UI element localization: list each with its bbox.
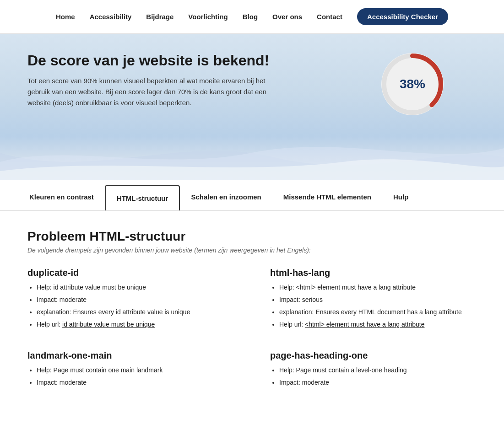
problem-title-landmark-one-main: landmark-one-main [27, 350, 233, 361]
hero-description: Tot een score van 90% kunnen visueel bep… [27, 75, 284, 108]
section-subtitle: De volgende drempels zijn gevonden binne… [27, 247, 476, 254]
problem-landmark-one-main: landmark-one-main Help: Page must contai… [27, 350, 233, 390]
problem-title-html-has-lang: html-has-lang [270, 268, 476, 278]
nav-voorlichting[interactable]: Voorlichting [188, 13, 228, 21]
list-item: Impact: moderate [37, 378, 233, 387]
hero-content: De score van je website is bekend! Tot e… [27, 52, 339, 108]
nav-blog[interactable]: Blog [243, 13, 258, 21]
tab-hulp[interactable]: Hulp [382, 185, 419, 210]
help-url-duplicate-id[interactable]: id attribute value must be unique [62, 321, 155, 328]
list-item: Help url: <html> element must have a lan… [279, 320, 476, 329]
tab-schalen[interactable]: Schalen en inzoomen [180, 185, 272, 210]
problem-page-has-heading-one: page-has-heading-one Help: Page must con… [270, 350, 476, 390]
nav-bijdrage[interactable]: Bijdrage [146, 13, 173, 21]
list-item: Impact: moderate [279, 378, 476, 387]
tabs-bar: Kleuren en contrast HTML-structuur Schal… [0, 185, 504, 211]
main-nav: Home Accessibility Bijdrage Voorlichting… [0, 0, 504, 34]
main-content: Probleem HTML-structuur De volgende drem… [0, 211, 504, 408]
list-item: Help url: id attribute value must be uni… [37, 320, 233, 329]
list-item: Help: Page must contain a level-one head… [279, 365, 476, 375]
problem-title-duplicate-id: duplicate-id [27, 268, 233, 278]
nav-contact[interactable]: Contact [317, 13, 342, 21]
problem-grid: duplicate-id Help: id attribute value mu… [27, 268, 476, 390]
nav-home[interactable]: Home [56, 13, 75, 21]
tab-html-structuur[interactable]: HTML-structuur [105, 185, 180, 210]
list-item: Help: <html> element must have a lang at… [279, 283, 476, 292]
list-item: Impact: moderate [37, 295, 233, 305]
tab-missende[interactable]: Missende HTML elementen [272, 185, 382, 210]
hero-wave [0, 134, 504, 180]
score-circle-container: 38% [376, 48, 449, 121]
accessibility-checker-button[interactable]: Accessibility Checker [357, 8, 448, 25]
list-item: Help: id attribute value must be unique [37, 283, 233, 292]
score-circle: 38% [376, 48, 449, 121]
problem-list-duplicate-id: Help: id attribute value must be unique … [27, 283, 233, 329]
help-url-html-has-lang[interactable]: <html> element must have a lang attribut… [305, 321, 424, 328]
score-value: 38% [400, 77, 425, 91]
problem-html-has-lang: html-has-lang Help: <html> element must … [270, 268, 476, 332]
nav-over-ons[interactable]: Over ons [272, 13, 302, 21]
problem-list-landmark-one-main: Help: Page must contain one main landmar… [27, 365, 233, 387]
hero-title: De score van je website is bekend! [27, 52, 339, 69]
list-item: explanation: Ensures every id attribute … [37, 307, 233, 317]
problem-duplicate-id: duplicate-id Help: id attribute value mu… [27, 268, 233, 332]
nav-accessibility[interactable]: Accessibility [90, 13, 132, 21]
list-item: explanation: Ensures every HTML document… [279, 307, 476, 317]
problem-list-page-has-heading-one: Help: Page must contain a level-one head… [270, 365, 476, 387]
section-title: Probleem HTML-structuur [27, 229, 476, 244]
hero-section: De score van je website is bekend! Tot e… [0, 34, 504, 180]
tab-kleuren[interactable]: Kleuren en contrast [18, 185, 105, 210]
problem-list-html-has-lang: Help: <html> element must have a lang at… [270, 283, 476, 329]
list-item: Impact: serious [279, 295, 476, 305]
problem-title-page-has-heading-one: page-has-heading-one [270, 350, 476, 361]
list-item: Help: Page must contain one main landmar… [37, 365, 233, 375]
